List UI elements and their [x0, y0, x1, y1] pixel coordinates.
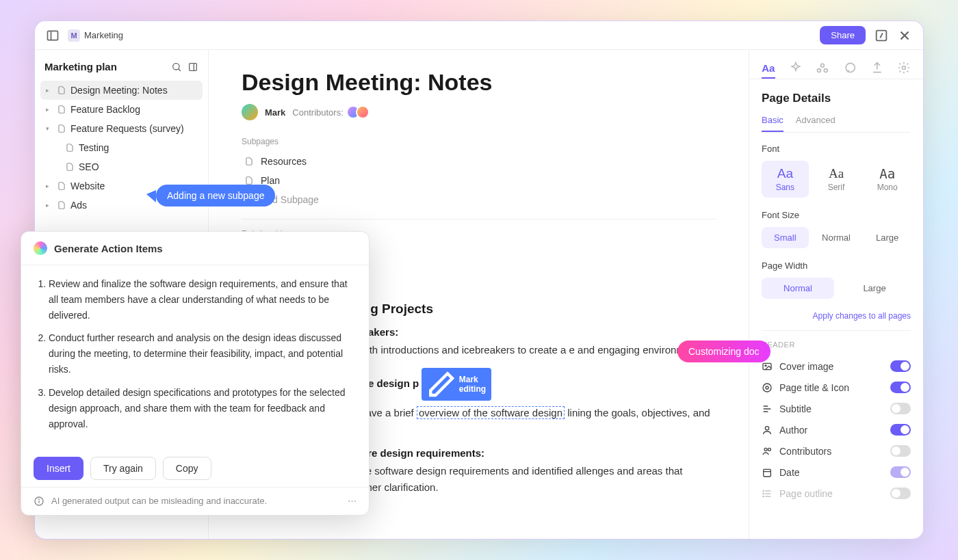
- share-button[interactable]: Share: [820, 26, 866, 44]
- toggle-row: Page outline: [762, 483, 911, 504]
- workspace-breadcrumb[interactable]: M Marketing: [68, 29, 123, 42]
- copy-button[interactable]: Copy: [163, 457, 211, 480]
- svg-point-18: [765, 426, 768, 429]
- ai-popup: Generate Action Items Review and finaliz…: [21, 231, 370, 516]
- insert-button[interactable]: Insert: [34, 457, 83, 480]
- action-item: Review and finalize the software design …: [49, 276, 355, 323]
- sidebar-item[interactable]: SEO: [40, 157, 203, 176]
- tab-comments-icon[interactable]: [843, 58, 857, 79]
- tab-typography[interactable]: Aa: [762, 58, 775, 79]
- apply-all-link[interactable]: Apply changes to all pages: [762, 311, 911, 321]
- action-item: Develop detailed design specifications a…: [49, 385, 355, 432]
- svg-point-11: [818, 69, 821, 72]
- details-panel: Aa Page Details Basic Advanced Font AaSa…: [749, 50, 923, 539]
- close-icon[interactable]: [897, 28, 912, 43]
- toggle-switch[interactable]: [890, 403, 911, 414]
- contributor-avatars[interactable]: [350, 105, 370, 119]
- add-subpage-button[interactable]: Add Subpage: [242, 190, 716, 209]
- sidebar-item[interactable]: ▾Feature Requests (survey): [40, 119, 203, 138]
- section-heading[interactable]: Marketing Projects: [317, 302, 716, 317]
- tab-export-icon[interactable]: [870, 58, 884, 79]
- svg-rect-7: [190, 63, 197, 70]
- search-icon[interactable]: [171, 62, 182, 72]
- font-option-mono[interactable]: AaMono: [864, 161, 911, 198]
- workspace-letter: M: [68, 29, 80, 42]
- toggle-switch[interactable]: [890, 382, 911, 393]
- subsection-heading[interactable]: and icebreakers:: [317, 326, 716, 338]
- subtab-advanced[interactable]: Advanced: [796, 115, 836, 132]
- body-text[interactable]: scussed the software design requirements…: [317, 463, 716, 496]
- popup-body: Review and finalize the software design …: [21, 265, 369, 450]
- expand-icon[interactable]: [874, 28, 889, 43]
- width-option-normal[interactable]: Normal: [762, 278, 834, 299]
- toggle-row: Page title & Icon: [762, 377, 911, 398]
- svg-point-16: [763, 384, 771, 392]
- size-option-large[interactable]: Large: [864, 227, 911, 248]
- width-label: Page Width: [762, 261, 911, 271]
- toggle-row: Author: [762, 419, 911, 440]
- size-option-small[interactable]: Small: [762, 227, 809, 248]
- body-text[interactable]: manager gave a brief overview of the sof…: [317, 405, 716, 438]
- toggle-icon: [762, 361, 773, 372]
- svg-point-5: [173, 63, 179, 69]
- sidebar-title: Marketing plan: [44, 61, 166, 72]
- toggle-switch[interactable]: [890, 488, 911, 499]
- fontsize-label: Font Size: [762, 210, 911, 220]
- more-icon[interactable]: ⋯: [348, 496, 357, 506]
- svg-point-26: [763, 490, 764, 491]
- font-option-sans[interactable]: AaSans: [762, 161, 809, 198]
- author-avatar[interactable]: [242, 104, 258, 120]
- doc-icon: [65, 162, 75, 172]
- page-title[interactable]: Design Meeting: Notes: [242, 69, 716, 96]
- toggle-row: Subtitle: [762, 398, 911, 419]
- size-option-normal[interactable]: Normal: [813, 227, 860, 248]
- subpages-label: Subpages: [242, 137, 716, 146]
- sidebar-toggle-icon[interactable]: [46, 29, 60, 42]
- try-again-button[interactable]: Try again: [90, 457, 156, 480]
- subtab-basic[interactable]: Basic: [762, 115, 784, 132]
- width-option-large[interactable]: Large: [838, 278, 911, 299]
- svg-point-13: [903, 66, 906, 70]
- tab-settings-icon[interactable]: [897, 58, 911, 79]
- disclaimer-text: AI generated output can be misleading an…: [51, 496, 267, 506]
- doc-icon: [57, 124, 66, 133]
- callout-subpage: Adding a new subpage: [156, 185, 275, 206]
- editing-selection[interactable]: overview of the software design: [417, 406, 565, 419]
- callout-customize: Customizing doc: [677, 341, 771, 362]
- sidebar-item[interactable]: Testing: [40, 138, 203, 157]
- workspace-name: Marketing: [84, 30, 123, 40]
- font-option-serif[interactable]: AaSerif: [813, 161, 860, 198]
- doc-icon: [57, 200, 66, 210]
- svg-point-20: [768, 448, 771, 451]
- toggle-row: Cover image: [762, 356, 911, 377]
- topbar: M Marketing Share: [35, 21, 923, 50]
- subsection-heading[interactable]: the software design requirements:: [317, 447, 716, 459]
- toggle-icon: [762, 382, 773, 393]
- svg-rect-0: [48, 31, 58, 40]
- toggle-switch[interactable]: [890, 445, 911, 457]
- toggle-switch[interactable]: [890, 466, 911, 478]
- editing-indicator: Mark editing: [422, 368, 491, 401]
- toggle-icon: [762, 425, 773, 436]
- panel-icon[interactable]: [187, 62, 198, 72]
- subsection-heading[interactable]: he software design p Mark editing: [317, 368, 716, 401]
- svg-rect-21: [764, 469, 771, 477]
- tab-share-icon[interactable]: [816, 58, 829, 79]
- toggle-switch[interactable]: [890, 424, 911, 436]
- svg-point-28: [763, 496, 764, 496]
- toggle-switch[interactable]: [890, 360, 911, 372]
- subpage-item[interactable]: Resources: [242, 152, 716, 171]
- tab-ai-icon[interactable]: [789, 58, 803, 79]
- action-item: Conduct further research and analysis on…: [49, 330, 355, 377]
- subpage-item[interactable]: Plan: [242, 171, 716, 190]
- ai-sparkle-icon: [34, 241, 47, 255]
- svg-point-17: [766, 386, 768, 389]
- popup-title: Generate Action Items: [54, 243, 163, 254]
- sidebar-item[interactable]: ▸Feature Backlog: [40, 100, 203, 119]
- sidebar-item[interactable]: ▸Design Meeting: Notes: [40, 81, 203, 100]
- svg-point-31: [39, 499, 40, 500]
- info-icon: [34, 496, 44, 507]
- body-text[interactable]: g started with introductions and icebrea…: [317, 342, 716, 358]
- doc-icon: [65, 143, 75, 152]
- panel-title: Page Details: [762, 92, 911, 105]
